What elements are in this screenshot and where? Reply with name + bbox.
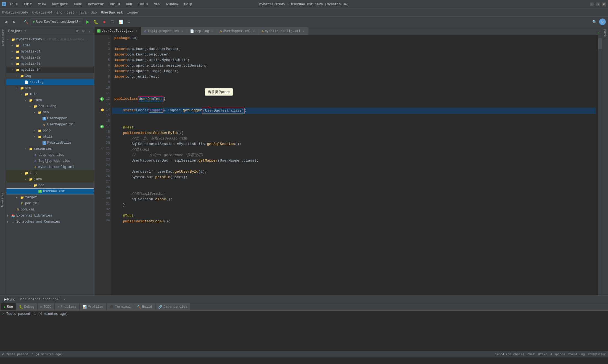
- menu-item-build[interactable]: Build: [108, 2, 122, 7]
- tree-item-idea[interactable]: ▶ 📁 .idea: [6, 43, 94, 49]
- bottom-tab-problems[interactable]: ⚠ Problems: [55, 303, 79, 310]
- forward-button[interactable]: ▶: [10, 18, 18, 25]
- back-button[interactable]: ◀: [2, 18, 9, 25]
- build-button[interactable]: 🔨: [22, 18, 30, 25]
- profiler-button[interactable]: 📊: [117, 18, 125, 25]
- tree-item-db-props[interactable]: ⚙ db.properties: [6, 152, 94, 158]
- tree-item-resources[interactable]: ▾ 📁 resources: [6, 146, 94, 152]
- menu-item-tools[interactable]: Tools: [136, 2, 150, 7]
- menu-item-file[interactable]: File: [8, 2, 20, 7]
- menu-item-view[interactable]: View: [36, 2, 48, 7]
- tree-item-mybatis-01[interactable]: ▶ 📁 mybatis-01: [6, 49, 94, 55]
- bottom-tab-build[interactable]: 🔨 Build: [134, 303, 155, 310]
- close-icon[interactable]: ✕: [210, 29, 214, 33]
- event-log-link[interactable]: Event Log: [569, 353, 585, 356]
- bottom-tab-todo[interactable]: ☑ TODO: [38, 303, 54, 310]
- breadcrumb-item-1[interactable]: Mybatis-study: [2, 11, 28, 15]
- tree-item-mybatis-study[interactable]: ▾ 📁 Mybatis-study D:\学习笔记\狂神说Java\Myba..…: [6, 36, 94, 43]
- breadcrumb-item-6[interactable]: dao: [91, 11, 97, 15]
- menu-item-window[interactable]: Window: [164, 2, 180, 7]
- tree-item-pom2[interactable]: m pom.xml: [6, 207, 94, 213]
- collapse-all-button[interactable]: −: [87, 29, 92, 34]
- tree-item-mybatisutils[interactable]: J MybatisUtils: [6, 140, 94, 146]
- bottom-tab-terminal[interactable]: ⬛ Terminal: [107, 303, 134, 310]
- status-gear-icon[interactable]: ⚙: [2, 352, 4, 356]
- tree-item-log4j-props[interactable]: ⚙ log4j.properties: [6, 158, 94, 164]
- tree-item-utils[interactable]: ▾ 📁 utils: [6, 134, 94, 140]
- sync-button[interactable]: ⟳: [75, 29, 80, 34]
- breadcrumb-item-2[interactable]: mybatis-04: [32, 11, 52, 15]
- tree-item-src[interactable]: ▾ 📁 src: [6, 85, 94, 91]
- breadcrumb-item-8[interactable]: logger: [127, 11, 139, 15]
- run-config-dropdown[interactable]: ▶ UserDaoTest.testLog4J ▾: [31, 19, 83, 25]
- tree-item-com-kuang[interactable]: ▾ 📁 com.kuang: [6, 103, 94, 109]
- run-button[interactable]: ▶: [84, 18, 91, 25]
- tree-item-scratches[interactable]: ▶ ✏ Scratches and Consoles: [6, 219, 94, 225]
- line-ending[interactable]: CRLF: [527, 353, 535, 356]
- structure-tab[interactable]: Structure: [1, 28, 5, 47]
- tree-item-dao-main[interactable]: ▾ 📁 dao: [6, 109, 94, 115]
- coverage-button[interactable]: 🛡: [109, 18, 116, 25]
- menu-item-run[interactable]: Run: [124, 2, 134, 7]
- tree-item-mybatis-02[interactable]: ▶ 📁 Mybatis-02: [6, 55, 94, 61]
- tree-item-pojo[interactable]: ▶ 📁 pojo: [6, 128, 94, 134]
- project-dropdown[interactable]: Project ▾: [8, 29, 26, 33]
- bottom-tab-profiler[interactable]: 📊 Profiler: [80, 303, 107, 310]
- favorites-label[interactable]: Favorites: [0, 191, 5, 210]
- bottom-tab-debug[interactable]: 🐛 Debug: [16, 303, 37, 310]
- cursor-position[interactable]: 14:64 (60 chars): [495, 353, 524, 356]
- avatar-button[interactable]: U: [599, 19, 606, 25]
- run-bar-run-button[interactable]: ▶ Run:: [2, 297, 17, 302]
- tree-item-dao-test[interactable]: ▾ 📁 dao: [6, 182, 94, 188]
- tree-item-rzp-log[interactable]: 📄 rzp.log: [6, 79, 94, 85]
- close-run-icon[interactable]: ✕: [64, 297, 66, 301]
- tree-item-pom1[interactable]: m pom.xml: [6, 201, 94, 207]
- favorites-tab[interactable]: Favorites: [0, 191, 6, 210]
- tab-log4j[interactable]: ⚙ log4j.properties ✕: [141, 27, 187, 35]
- bottom-tab-run[interactable]: ▶ Run: [1, 303, 16, 310]
- close-icon[interactable]: ✕: [252, 29, 256, 33]
- tree-item-java-test[interactable]: ▾ 📁 java: [6, 176, 94, 182]
- debug-button[interactable]: 🐛: [92, 18, 100, 25]
- bottom-tab-dependencies[interactable]: 🔗 Dependencies: [155, 303, 190, 310]
- menu-item-edit[interactable]: Edit: [22, 2, 34, 7]
- tab-mybatis-config[interactable]: ⚙ mybatis-config.xml ✕: [259, 27, 308, 35]
- tree-item-java-main[interactable]: ▾ 📁 java: [6, 97, 94, 103]
- tab-usermapper-xml[interactable]: ⚙ UserMapper.xml ✕: [217, 27, 259, 35]
- tree-item-test[interactable]: ▾ 📁 test: [6, 170, 94, 176]
- editor-scrollbar[interactable]: [598, 35, 602, 296]
- run-gutter-marker[interactable]: ▶: [100, 125, 104, 128]
- tab-userdaotest[interactable]: J UserDaoTest.java ✕: [94, 27, 141, 35]
- close-button[interactable]: ✕: [602, 2, 606, 6]
- menu-item-navigate[interactable]: Navigate: [50, 2, 70, 7]
- settings-button[interactable]: ⚙: [126, 18, 133, 25]
- tree-item-main[interactable]: ▾ 📁 main: [6, 91, 94, 97]
- menu-item-vcs[interactable]: VCS: [152, 2, 162, 7]
- fold-marker[interactable]: //: [101, 147, 104, 150]
- breadcrumb-item-3[interactable]: src: [56, 11, 62, 15]
- gear-icon[interactable]: ⚙: [81, 29, 86, 34]
- tree-item-mybatis-04[interactable]: ▾ 📁 mybatis-04: [6, 67, 94, 73]
- tree-item-mybatis-config[interactable]: ⚙ mybatis-config.xml: [6, 164, 94, 170]
- tree-item-external-lib[interactable]: ▶ 📚 External Libraries: [6, 213, 94, 219]
- breakpoint-marker[interactable]: [101, 109, 104, 111]
- tree-item-log[interactable]: ▾ 📁 log: [6, 73, 94, 79]
- fold-marker[interactable]: −: [102, 197, 104, 200]
- charset[interactable]: UTF-8: [538, 353, 547, 356]
- code-editor[interactable]: 当前类的class → 1 2 3 4 5 6 7 8 9 10 11 ▶ 1: [94, 35, 602, 296]
- breadcrumb-item-4[interactable]: test: [67, 11, 75, 15]
- tab-rzplog[interactable]: 📄 rzp.log ✕: [187, 27, 217, 35]
- run-gutter-marker[interactable]: ▶: [100, 97, 104, 101]
- menu-item-help[interactable]: Help: [182, 2, 194, 7]
- close-icon[interactable]: ✕: [180, 29, 184, 33]
- indent-mode[interactable]: 4 spaces: [551, 353, 565, 356]
- search-everywhere-button[interactable]: 🔍: [591, 18, 598, 25]
- tree-item-target[interactable]: ▶ 📁 target: [6, 194, 94, 201]
- breadcrumb-item-5[interactable]: java: [79, 11, 87, 15]
- close-icon[interactable]: ✕: [134, 29, 138, 33]
- menu-item-refactor[interactable]: Refactor: [86, 2, 106, 7]
- menu-item-code[interactable]: Code: [72, 2, 84, 7]
- maven-tab[interactable]: Maven: [603, 28, 607, 39]
- tree-item-usermapper-xml[interactable]: ⚙ UserMapper.xml: [6, 122, 94, 128]
- stop-button[interactable]: ■: [101, 18, 108, 25]
